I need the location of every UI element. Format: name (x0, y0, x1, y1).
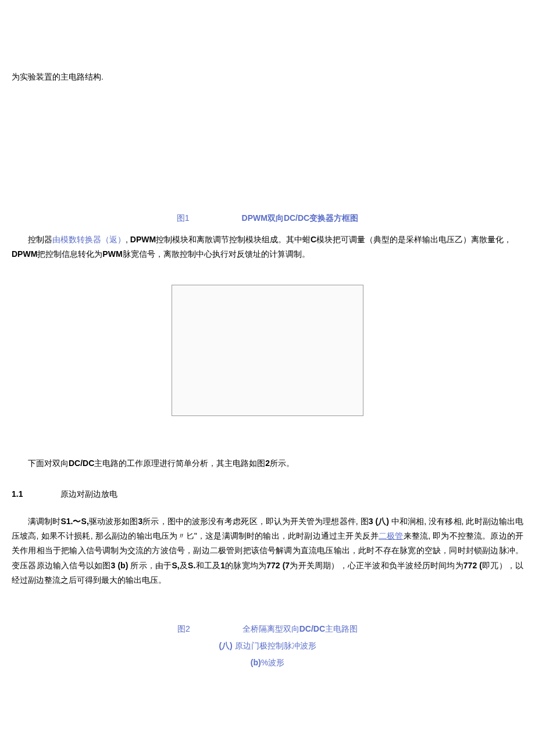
text: %波形 (261, 658, 284, 667)
text-bold: DC/DC (299, 624, 325, 633)
text: 全桥隔离型双向 (242, 624, 299, 633)
text: 把控制信息转化为 (37, 249, 102, 259)
text: 原边门极控制脉冲波形 (233, 641, 316, 650)
text: 驱动波形如图 (89, 517, 138, 526)
text-bold: 3 (八) (369, 517, 389, 526)
figure-2-caption-line-1: 图2全桥隔离型双向DC/DC主电路图 (0, 622, 535, 636)
paragraph-circuit-intro: 下面对双向DC/DC主电路的工作原理进行简单分析，其主电路如图2所示。 (12, 456, 523, 471)
figure-1-title-rest: 双向DC/DC变换器方框图 (268, 213, 358, 223)
figure-2-prefix: 图2 (177, 622, 190, 636)
paragraph-full-modulation: 满调制时S1.〜S,驱动波形如图3所示，图中的波形没有考虑死区，即认为开关管为理… (12, 514, 523, 587)
text-bold: S, (172, 561, 179, 570)
text-bold: S. (188, 561, 195, 570)
text: 主电路图 (325, 624, 358, 633)
diode-link[interactable]: 二极管 (379, 531, 404, 540)
figure-1-caption: 图1DPWM双向DC/DC变换器方框图 (0, 211, 535, 225)
text-bold: DPWM (12, 249, 37, 259)
text: 主电路的工作原理进行简单分析，其主电路如图 (94, 458, 265, 468)
figure-1-dpwm: DPWM (242, 213, 268, 223)
section-1-1-heading: 1.1原边对副边放电 (12, 487, 117, 501)
text-bold: PWM (102, 249, 122, 259)
figure-1-prefix: 图1 (177, 211, 190, 225)
text-bold: DPWM (130, 235, 156, 244)
text-bold: 3 (b) (111, 561, 129, 570)
figure-2-caption-line-3: (b)%波形 (0, 655, 535, 670)
paragraph-controller-description: 控制器由模数转换器（返）, DPWM控制模块和离散调节控制模块组成。其中蚶C模块… (12, 232, 523, 261)
text-bold: 772 ( (463, 561, 482, 570)
top-continuation-text: 为实验装置的主电路结构. (12, 70, 104, 84)
text-bold: DC/DC (69, 458, 94, 468)
text: 所示，图中的波形没有考虑死区，即认为开关管为理想器件, 图 (142, 517, 368, 526)
text-bold: 1 (220, 561, 225, 570)
text-bold: (b) (251, 658, 261, 667)
figure-2-caption-line-2: (八) 原边门极控制脉冲波形 (0, 639, 535, 653)
adc-link[interactable]: 由模数转换器（返） (52, 235, 126, 244)
text-bold: (八) (219, 641, 232, 650)
text: 所示。 (270, 458, 294, 468)
figure-image-placeholder (172, 285, 363, 416)
text: 所示，由于 (128, 561, 172, 570)
text: 控制模块和离散调节控制模块组成。其中蚶 (156, 235, 311, 244)
text: 的脉宽均为 (225, 561, 266, 570)
section-number: 1.1 (12, 487, 23, 501)
text: 控制器 (28, 235, 52, 244)
text-bold: 772 (7 (266, 561, 290, 570)
section-title: 原边对副边放电 (60, 489, 117, 499)
text: 及 (180, 561, 188, 570)
text: 和工及 (195, 561, 220, 570)
figure-1-title: DPWM双向DC/DC变换器方框图 (242, 213, 359, 223)
text: , (126, 235, 130, 244)
text: 下面对双向 (28, 458, 69, 468)
text: 满调制时 (28, 517, 60, 526)
text-bold: C (311, 235, 316, 244)
text: 为开关周期），心正半波和负半波经历时间均为 (290, 561, 463, 570)
figure-2-caption-block: 图2全桥隔离型双向DC/DC主电路图 (八) 原边门极控制脉冲波形 (b)%波形 (0, 622, 535, 671)
text-bold: S1.〜S, (60, 517, 88, 526)
text: 为实验装置的主电路结构. (12, 72, 104, 81)
text-bold: 2 (265, 458, 270, 468)
text: 脉宽信号，离散控制中心执行对反馈址的计算调制。 (123, 249, 310, 259)
text: 模块把可调量（典型的是采样输出电压乙）离散量化， (316, 235, 512, 244)
